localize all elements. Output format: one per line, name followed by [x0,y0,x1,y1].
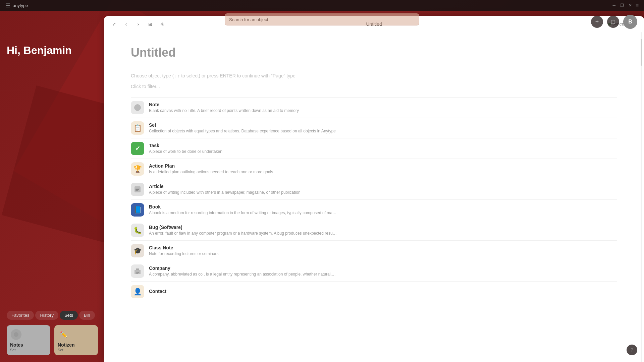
bug-text: Bug (Software) An error, fault or flaw i… [149,225,617,236]
hamburger-icon[interactable]: ☰ [5,2,10,9]
notizen-card-title: Notizen [58,342,75,348]
page-title[interactable]: Untitled [131,46,617,60]
bug-desc: An error, fault or flaw in any computer … [149,231,337,236]
scrollbar-track [641,32,642,362]
bug-icon: 🐛 [131,224,144,237]
note-desc: Blank canvas with no Title. A brief reco… [149,108,337,114]
search-bar[interactable]: Search for an object [225,13,419,25]
svg-point-0 [14,332,18,337]
task-desc: A piece of work to be done or undertaken [149,149,337,155]
contact-name: Contact [149,289,617,294]
contact-text: Contact [149,289,617,295]
action-plan-text: Action Plan Is a detailed plan outlining… [149,163,617,175]
company-name: Company [149,265,617,271]
task-icon: ✓ [131,142,144,155]
minimize-button[interactable]: ─ [611,3,617,8]
notes-card-title: Notes [10,342,23,348]
tab-bin[interactable]: Bin [79,311,95,320]
object-type-bug[interactable]: 🐛 Bug (Software) An error, fault or flaw… [131,220,617,241]
note-text: Note Blank canvas with no Title. A brief… [149,102,617,114]
object-type-hint: Choose object type (↓ ↑ to select) or pr… [131,73,617,78]
book-icon: 📘 [131,203,144,217]
scrollbar-thumb[interactable] [641,39,642,66]
set-desc: Collection of objects with equal types a… [149,128,337,134]
set-text: Set Collection of objects with equal typ… [149,122,617,134]
checkmark-icon: ✓ [135,145,140,152]
svg-rect-4 [136,189,139,190]
avatar-button[interactable]: B [623,15,637,29]
object-type-book[interactable]: 📘 Book A book is a medium for recording … [131,200,617,220]
note-name: Note [149,102,617,107]
object-type-action-plan[interactable]: 🏆 Action Plan Is a detailed plan outlini… [131,159,617,179]
notes-card-subtitle: Set [10,348,16,352]
book-name: Book [149,204,617,209]
help-button[interactable]: ? [627,345,637,355]
company-desc: A company, abbreviated as co., is a lega… [149,272,337,277]
action-plan-name: Action Plan [149,163,617,169]
object-type-note[interactable]: Note Blank canvas with no Title. A brief… [131,98,617,118]
article-name: Article [149,184,617,189]
class-note-desc: Note for recording lectures or seminars [149,251,337,257]
company-icon [131,264,144,278]
scrollbar[interactable] [641,32,643,362]
notes-card-icon [11,329,21,340]
svg-rect-9 [138,272,139,273]
menu-icon[interactable]: ≡ [636,2,639,8]
action-plan-icon: 🏆 [131,162,144,176]
object-type-class-note[interactable]: 🎓 Class Note Note for recording lectures… [131,241,617,261]
card-notes[interactable]: Notes Set [7,325,50,355]
class-note-text: Class Note Note for recording lectures o… [149,245,617,257]
note-icon [131,101,144,114]
search-placeholder: Search for an object [229,17,268,22]
object-type-contact[interactable]: 👤 Contact [131,282,617,302]
svg-rect-3 [136,188,140,188]
restore-button[interactable]: ❐ [620,3,625,8]
object-type-company[interactable]: Company A company, abbreviated as co., i… [131,261,617,282]
tab-sets[interactable]: Sets [60,311,78,320]
titlebar: ☰ anytype ─ ❐ ✕ ≡ [0,0,644,11]
tab-bar: Favorites History Sets Bin [7,311,97,320]
app-name: anytype [13,3,28,8]
book-desc: A book is a medium for recording informa… [149,210,337,216]
close-button[interactable]: ✕ [628,3,633,8]
set-icon: 📋 [131,121,144,135]
class-note-icon: 🎓 [131,244,144,257]
greeting: Hi, Benjamin [7,44,97,57]
sidebar: Hi, Benjamin Favorites History Sets Bin … [0,11,104,362]
card-notizen[interactable]: ✏️ Notizen Set [54,325,98,355]
article-text: Article A piece of writing included with… [149,184,617,195]
object-type-set[interactable]: 📋 Set Collection of objects with equal t… [131,118,617,138]
object-type-list: Note Blank canvas with no Title. A brief… [131,98,617,302]
class-note-name: Class Note [149,245,617,250]
company-text: Company A company, abbreviated as co., i… [149,265,617,277]
contact-icon: 👤 [131,285,144,298]
object-type-article[interactable]: Article A piece of writing included with… [131,179,617,200]
task-name: Task [149,143,617,148]
article-desc: A piece of writing included with others … [149,190,337,195]
article-icon [131,183,144,196]
titlebar-right: ─ ❐ ✕ ≡ [611,2,639,8]
notizen-card-subtitle: Set [58,348,63,352]
svg-rect-7 [136,268,139,270]
object-type-task[interactable]: ✓ Task A piece of work to be done or und… [131,138,617,159]
document-panel: ⤢ ‹ › ⊞ ✳ Untitled Synced ··· Untitled C… [104,16,644,362]
set-name: Set [149,122,617,128]
svg-rect-5 [136,190,138,191]
task-text: Task A piece of work to be done or under… [149,143,617,155]
stop-button[interactable]: □ [607,16,619,28]
svg-rect-8 [137,272,138,274]
action-plan-desc: Is a detailed plan outlining actions nee… [149,169,337,175]
search-bar-container: Search for an object [0,11,644,28]
notizen-card-icon: ✏️ [58,329,69,340]
right-actions: + □ B [591,15,637,29]
doc-content: Untitled Choose object type (↓ ↑ to sele… [104,32,644,362]
add-button[interactable]: + [591,16,603,28]
cards-row: Notes Set ✏️ Notizen Set [7,325,97,355]
book-text: Book A book is a medium for recording in… [149,204,617,216]
filter-placeholder[interactable]: Click to filter... [131,84,617,89]
tab-favorites[interactable]: Favorites [7,311,34,320]
tab-history[interactable]: History [35,311,58,320]
svg-point-1 [134,104,141,111]
bug-name: Bug (Software) [149,225,617,230]
titlebar-left: ☰ anytype [5,2,28,9]
